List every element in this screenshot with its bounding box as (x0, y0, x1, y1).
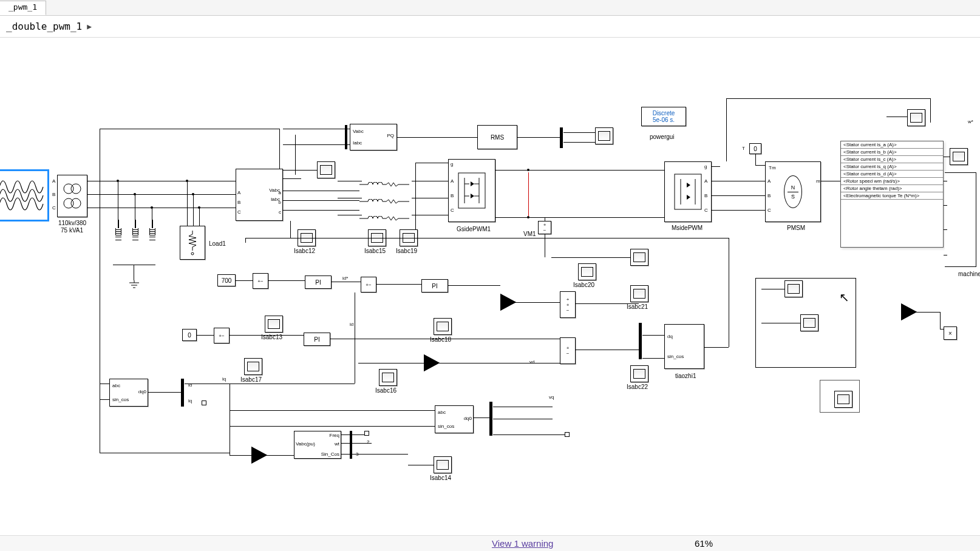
abc2dq-dq0: dq0 (138, 389, 146, 394)
scope-isabc20[interactable] (578, 263, 596, 280)
pmsm-icon: NS (784, 175, 802, 208)
rlc-branch-a[interactable] (115, 220, 121, 242)
chevron-right-icon: ▶ (87, 22, 92, 31)
load1-label: Load1 (209, 240, 226, 247)
iq-route: iq (222, 376, 226, 382)
mside-pwm-block[interactable] (664, 161, 712, 222)
sum-vq[interactable]: ++− (560, 291, 576, 318)
sum-iq[interactable]: +− (214, 328, 230, 343)
tiaozhi-block[interactable]: dq sin_cos (664, 324, 704, 369)
scope-rms[interactable] (595, 127, 613, 144)
scope-sub-2[interactable] (800, 314, 818, 331)
const0: 0 (188, 332, 191, 339)
scope-isabc14[interactable] (434, 456, 452, 473)
const-0-block[interactable]: 0 (182, 329, 197, 341)
status-bar: View 1 warning 61% (0, 535, 980, 551)
series-rl-a[interactable] (359, 178, 412, 183)
scope-isabc13[interactable] (265, 316, 283, 333)
demux-dq0[interactable] (181, 379, 184, 407)
bus-selector-block[interactable]: <Stator current is_a (A)> <Stator curren… (840, 141, 944, 248)
mux-pq[interactable] (345, 125, 347, 149)
scope-vdc[interactable] (630, 249, 648, 266)
pi3-label: PI (432, 283, 437, 289)
demux-dq0-2[interactable] (489, 402, 492, 436)
powergui-block[interactable]: Discrete 5e-06 s. (641, 107, 686, 126)
pmsm-block[interactable]: NS (765, 161, 821, 222)
scope-sub-1[interactable] (784, 280, 803, 297)
demux-rms[interactable] (560, 127, 563, 148)
pi-vdc[interactable]: PI (305, 276, 332, 289)
iq-out: iq (188, 398, 192, 404)
scope-isabc17[interactable] (244, 358, 262, 375)
powergui-line2: 5e-06 s. (645, 117, 682, 123)
scope-isabc16[interactable] (379, 369, 397, 386)
scope-isabc22[interactable] (630, 365, 648, 382)
pq-out: PQ (387, 133, 394, 138)
three-phase-source-block[interactable] (0, 170, 49, 221)
rlc-branch-b[interactable] (132, 220, 138, 242)
transformer-block[interactable] (57, 175, 87, 217)
abc2dq2-dq0: dq0 (464, 416, 472, 421)
model-tab[interactable]: _pwm_1 (0, 1, 46, 15)
isabc21-label: Isabc21 (627, 303, 648, 310)
product-block[interactable]: × (944, 326, 957, 340)
isabc18-label: Isabc18 (430, 336, 451, 343)
const-700: 700 (222, 277, 232, 284)
pi-iq[interactable]: PI (304, 333, 330, 346)
transformer-icon (60, 179, 84, 213)
abc2dq-sincos: sin_cos (112, 397, 129, 402)
pi2-label: PI (314, 336, 319, 343)
machine-subsystem[interactable] (945, 172, 976, 267)
series-rl-b[interactable] (359, 195, 412, 200)
zoom-level[interactable]: 61% (695, 538, 713, 549)
terminator-pll (364, 431, 369, 436)
breadcrumb-item[interactable]: _double_pwm_1 (6, 21, 82, 32)
gpwm-A: A (451, 178, 454, 184)
ground-icon (129, 280, 140, 291)
tab-bar: _pwm_1 (0, 0, 980, 16)
model-canvas[interactable]: A B C 110kv/380 75 kVA1 Load1 Vabc Iabc … (0, 38, 980, 535)
sum-vd[interactable]: +− (560, 337, 576, 364)
dc-link-cap[interactable] (528, 172, 529, 216)
abc-to-dq0-center[interactable]: abc sin_cos dq0 (435, 405, 474, 433)
rlc-branch-c[interactable] (149, 220, 155, 242)
gsidepwm-label: GsidePWM1 (457, 226, 491, 232)
svg-rect-9 (458, 173, 485, 208)
id-mid: id (350, 322, 353, 327)
pmsm-C: C (767, 208, 771, 213)
rms-block[interactable]: RMS (477, 125, 517, 149)
abc-to-dq0-left[interactable]: abc sin_cos dq0 (109, 379, 148, 407)
svg-point-3 (71, 198, 81, 208)
gain-k-1: -K- (504, 297, 511, 303)
gain-k-2: -K- (427, 358, 434, 363)
scope-stator-abc[interactable] (907, 109, 925, 126)
sum-id[interactable]: +− (361, 277, 376, 292)
scope-vabc[interactable] (317, 161, 335, 178)
const-700-block[interactable]: 700 (217, 274, 236, 286)
pi-id[interactable]: PI (421, 279, 448, 292)
sum-vdc[interactable]: +− (253, 273, 268, 289)
vd-label: vd (529, 359, 534, 365)
transformer-rating2: 75 kVA1 (61, 227, 83, 234)
pll-block[interactable]: Freq Vabc(pu) wt Sin_Cos (294, 431, 341, 459)
mux-dq[interactable] (639, 323, 642, 359)
pll-freq: Freq (330, 433, 339, 438)
msidepwm-label: MsidePWM (672, 225, 703, 231)
scope-isabc18[interactable] (434, 318, 452, 335)
vq-label: vq (549, 394, 554, 400)
scope-isabc21[interactable] (630, 285, 648, 302)
breadcrumb: _double_pwm_1 ▶ (0, 16, 980, 38)
mpwm-A: A (704, 178, 707, 184)
series-rl-c[interactable] (359, 212, 412, 217)
gside-pwm-block[interactable] (448, 159, 495, 222)
scope-right-2[interactable] (950, 148, 968, 165)
pq-block[interactable]: Vabc Iabc PQ (350, 124, 397, 150)
tm-constant-block[interactable]: 0 (749, 143, 761, 154)
load1-block[interactable] (180, 226, 205, 260)
voltage-measurement-block[interactable]: +− (538, 221, 551, 234)
bus-row-theta: <Rotor angle thetam (rad)> (841, 185, 943, 192)
isabc14-label: Isabc14 (430, 475, 451, 481)
three-phase-measurement-block[interactable]: Vabc Iabc A B C a b c (236, 169, 283, 221)
diagnostics-link[interactable]: View 1 warning (492, 538, 553, 549)
port-b2: b (279, 200, 281, 205)
